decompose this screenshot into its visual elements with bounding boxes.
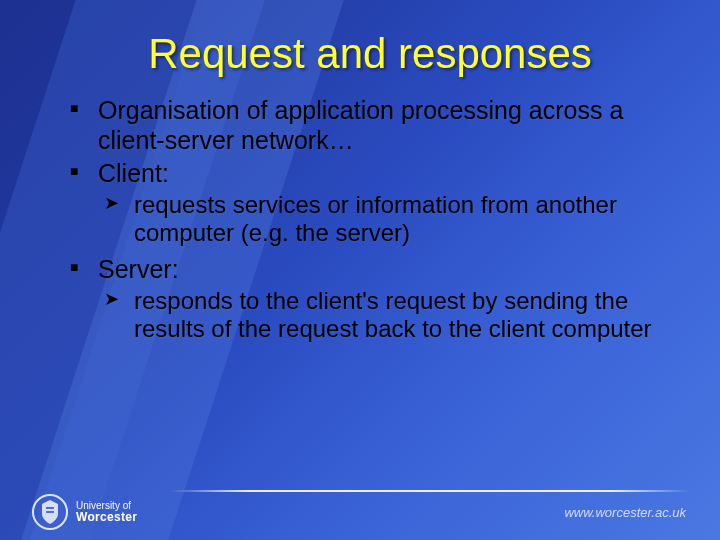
slide-footer: University of Worcester www.worcester.ac… [0,476,720,540]
sub-bullet-item: requests services or information from an… [70,191,670,248]
bullet-item: Client: [70,159,670,189]
logo-line-1: University of [76,500,137,511]
slide-content: Request and responses Organisation of ap… [0,0,720,343]
footer-url: www.worcester.ac.uk [564,505,686,520]
bullet-item: Organisation of application processing a… [70,96,670,155]
crest-icon [32,494,68,530]
sub-bullet-item: responds to the client's request by send… [70,287,670,344]
slide-body: Organisation of application processing a… [70,96,670,343]
slide: Request and responses Organisation of ap… [0,0,720,540]
slide-title: Request and responses [70,30,670,78]
logo-line-2: Worcester [76,511,137,524]
bullet-item: Server: [70,255,670,285]
university-logo: University of Worcester [32,494,137,530]
logo-text: University of Worcester [76,500,137,524]
footer-rule [170,490,690,492]
